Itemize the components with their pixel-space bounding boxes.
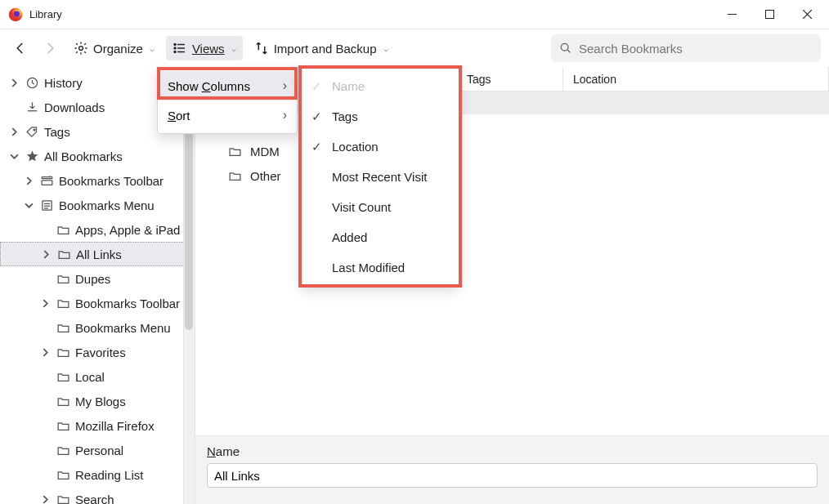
- folder-icon: [228, 145, 242, 158]
- list-item[interactable]: MDM: [195, 139, 829, 163]
- detail-name-input[interactable]: [207, 463, 818, 488]
- organize-menu-button[interactable]: Organize⌵: [67, 36, 161, 60]
- menu-show-columns[interactable]: Show Columns ›: [158, 71, 297, 100]
- chevron-right-icon[interactable]: [39, 299, 51, 308]
- check-icon: ✓: [309, 140, 324, 154]
- tree-item-label: Mozilla Firefox: [75, 419, 155, 433]
- chevron-right-icon[interactable]: [39, 348, 51, 357]
- column-header-location[interactable]: Location: [563, 67, 829, 91]
- maximize-button[interactable]: [751, 0, 788, 29]
- chevron-right-icon[interactable]: [40, 250, 52, 259]
- submenu-item-label: Location: [332, 140, 379, 154]
- show-columns-submenu: ✓Name✓Tags✓LocationMost Recent VisitVisi…: [300, 67, 459, 286]
- search-input[interactable]: [579, 42, 813, 56]
- chevron-right-icon: ›: [283, 108, 287, 123]
- tree-item-reading-list[interactable]: Reading List: [0, 462, 195, 487]
- tree-item-label: Dupes: [75, 272, 110, 286]
- views-menu-button[interactable]: Views⌵: [166, 36, 243, 60]
- chevron-right-icon[interactable]: [8, 78, 20, 87]
- submenu-item-label: Most Recent Visit: [332, 170, 427, 184]
- tree-item-favorites[interactable]: Favorites: [0, 340, 195, 364]
- tree-item-bookmarks-menu[interactable]: Bookmarks Menu: [0, 315, 195, 340]
- tree-item-search[interactable]: Search: [0, 487, 195, 504]
- views-dropdown: Show Columns › Sort ›: [157, 67, 298, 134]
- chevron-down-icon: ⌵: [150, 44, 155, 53]
- submenu-item-label: Visit Count: [332, 200, 391, 214]
- folder-icon: [56, 370, 70, 384]
- tree-item-label: Tags: [44, 125, 70, 139]
- tree-item-personal[interactable]: Personal: [0, 438, 195, 462]
- tree-item-dupes[interactable]: Dupes: [0, 266, 195, 291]
- folder-icon: [56, 395, 70, 408]
- folder-icon: [228, 169, 242, 183]
- tree-item-all-bookmarks[interactable]: All Bookmarks: [0, 144, 195, 168]
- import-label: Import and Backup: [274, 42, 377, 56]
- column-toggle-most-recent-visit[interactable]: Most Recent Visit: [301, 162, 459, 192]
- tree-item-bookmarks-menu[interactable]: Bookmarks Menu: [0, 193, 195, 217]
- chevron-down-icon[interactable]: [8, 152, 20, 161]
- bmtoolbar-icon: [39, 174, 54, 188]
- gear-icon: [74, 41, 88, 56]
- tree-item-label: Bookmarks Menu: [59, 198, 155, 212]
- chevron-down-icon[interactable]: [23, 201, 34, 210]
- folder-icon: [56, 223, 70, 237]
- column-toggle-name: ✓Name: [301, 71, 459, 101]
- content-blank: [195, 188, 829, 435]
- tree-item-bookmarks-toolbar[interactable]: Bookmarks Toolbar: [0, 168, 195, 193]
- column-toggle-location[interactable]: ✓Location: [301, 132, 459, 162]
- detail-name-label: Name: [207, 444, 818, 458]
- search-box[interactable]: [551, 34, 821, 62]
- list-item[interactable]: Other: [195, 163, 829, 188]
- svg-point-13: [561, 43, 568, 51]
- import-backup-menu-button[interactable]: Import and Backup⌵: [248, 36, 395, 60]
- folder-icon: [56, 321, 70, 335]
- menu-sort-label: Sort: [168, 109, 190, 123]
- tree-item-apps-apple-ipad[interactable]: Apps, Apple & iPad: [0, 217, 195, 242]
- chevron-right-icon[interactable]: [23, 176, 34, 185]
- tree-item-mozilla-firefox[interactable]: Mozilla Firefox: [0, 413, 195, 438]
- forward-button[interactable]: [38, 36, 62, 60]
- tree-item-all-links[interactable]: All Links: [0, 242, 195, 266]
- firefox-logo-icon: [8, 7, 23, 22]
- back-button[interactable]: [8, 36, 33, 60]
- submenu-item-label: Tags: [332, 109, 358, 123]
- search-icon: [559, 42, 572, 55]
- svg-point-6: [79, 47, 83, 51]
- views-label: Views: [192, 42, 225, 56]
- menu-show-columns-label: Show Columns: [168, 79, 250, 93]
- svg-point-9: [174, 47, 176, 49]
- tree-item-label: Downloads: [44, 100, 105, 114]
- svg-rect-18: [42, 180, 52, 185]
- folder-icon: [56, 468, 70, 482]
- column-toggle-tags[interactable]: ✓Tags: [301, 101, 459, 132]
- chevron-down-icon: ⌵: [383, 44, 388, 53]
- column-header-tags[interactable]: Tags: [457, 67, 563, 91]
- column-toggle-visit-count[interactable]: Visit Count: [301, 192, 459, 222]
- minimize-button[interactable]: [713, 0, 751, 29]
- svg-line-14: [567, 50, 570, 52]
- chevron-right-icon[interactable]: [8, 127, 20, 136]
- star-icon: [25, 149, 39, 163]
- check-icon: ✓: [309, 109, 324, 124]
- chevron-right-icon[interactable]: [39, 495, 51, 504]
- import-export-icon: [254, 41, 269, 56]
- tree-item-my-blogs[interactable]: My Blogs: [0, 389, 195, 413]
- tree-item-label: Local: [75, 370, 105, 384]
- menu-sort[interactable]: Sort ›: [158, 100, 297, 130]
- tree-item-label: Personal: [75, 444, 123, 457]
- tree-item-bookmarks-toolbar[interactable]: Bookmarks Toolbar: [0, 291, 195, 315]
- bmmenu-icon: [39, 198, 54, 212]
- column-toggle-last-modified[interactable]: Last Modified: [301, 252, 459, 283]
- tree-item-label: History: [44, 76, 83, 90]
- svg-rect-3: [765, 11, 773, 19]
- title-bar: Library: [0, 0, 829, 29]
- tree-item-label: Favorites: [75, 346, 126, 359]
- folder-icon: [56, 493, 70, 505]
- tree-item-local[interactable]: Local: [0, 364, 195, 389]
- folder-icon: [56, 272, 70, 286]
- svg-point-7: [174, 44, 176, 46]
- column-toggle-added[interactable]: Added: [301, 222, 459, 252]
- close-button[interactable]: [788, 0, 826, 29]
- window-title: Library: [29, 8, 713, 20]
- tree-item-label: All Links: [76, 248, 122, 261]
